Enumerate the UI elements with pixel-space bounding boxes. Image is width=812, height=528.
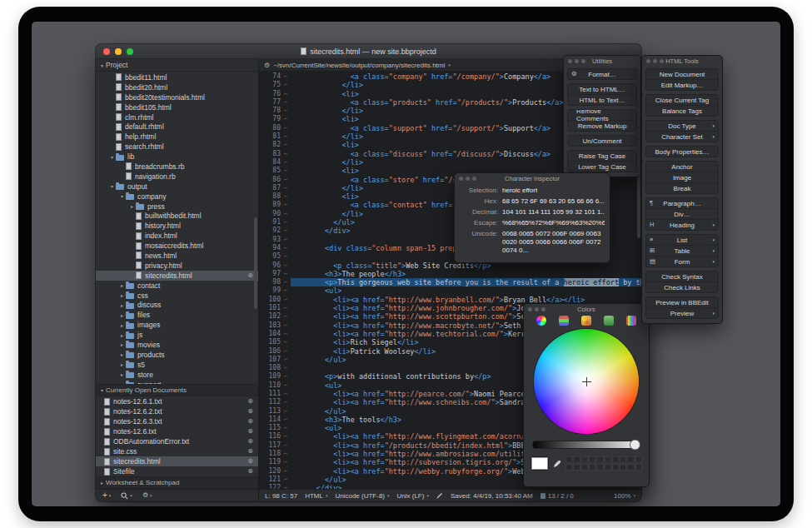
- open-document-item[interactable]: notes-12.6.txt⊗: [96, 426, 258, 436]
- tree-item[interactable]: ▸discuss: [96, 300, 258, 310]
- tree-item[interactable]: bbedit20.html: [96, 82, 258, 92]
- palette-zoom-button[interactable]: [541, 307, 545, 311]
- document-path[interactable]: ~/svn/CurrentSite/newsite/output/company…: [273, 62, 445, 69]
- palette-button-image[interactable]: Image: [646, 172, 718, 183]
- palette-button-balance-tags[interactable]: Balance Tags: [646, 106, 718, 116]
- palette-button-form[interactable]: ▤Form▾: [646, 257, 718, 266]
- tree-item[interactable]: ▸files: [96, 310, 258, 320]
- palette-button-check-syntax[interactable]: Check Syntax: [646, 271, 718, 282]
- palette-button-anchor[interactable]: Anchor: [646, 162, 718, 172]
- disclosure-collapsed-icon[interactable]: ▸: [118, 302, 126, 308]
- color-sliders-tab-icon[interactable]: [559, 316, 569, 326]
- disclosure-expanded-icon[interactable]: ▾: [118, 193, 126, 199]
- palette-button-list[interactable]: ≡List▾: [646, 235, 718, 246]
- palette-titlebar[interactable]: Colors: [524, 304, 649, 314]
- minimize-button[interactable]: [115, 48, 122, 55]
- palette-button-remove-markup[interactable]: Remove Markup: [568, 121, 636, 131]
- palette-button-lower-tag-case[interactable]: Lower Tag Case: [568, 162, 636, 172]
- swatch-cell[interactable]: [596, 464, 603, 471]
- disclosure-collapsed-icon[interactable]: ▸: [118, 312, 126, 318]
- palette-button-doc-type[interactable]: Doc Type▾: [646, 121, 718, 132]
- swatch-cell[interactable]: [620, 464, 626, 471]
- close-icon[interactable]: ⊗: [247, 272, 253, 279]
- swatch-cell[interactable]: [612, 464, 619, 471]
- palette-button-table[interactable]: ⊞Table▾: [646, 246, 718, 257]
- palette-button-new-document[interactable]: New Document: [646, 69, 718, 80]
- tree-item[interactable]: ▾output: [96, 182, 258, 192]
- sidebar-scrollbar[interactable]: [254, 217, 257, 309]
- tree-item[interactable]: breadcrumbs.rb: [96, 162, 258, 172]
- palette-close-button[interactable]: [528, 307, 532, 311]
- palette-button-heading[interactable]: HHeading▾: [646, 220, 718, 230]
- palette-button-character-set[interactable]: Character Set▾: [646, 132, 718, 142]
- tree-item[interactable]: ▸images: [96, 320, 258, 330]
- palette-button-break[interactable]: Break: [646, 183, 718, 193]
- tree-item[interactable]: clm.rhtml: [96, 112, 258, 122]
- tree-item[interactable]: ▸movies: [96, 340, 258, 350]
- project-section-header[interactable]: ▾ Project: [96, 59, 258, 72]
- open-document-item[interactable]: Sitefile⊗: [96, 466, 258, 476]
- swatch-cell[interactable]: [627, 456, 634, 463]
- palette-minimize-button[interactable]: [535, 307, 539, 311]
- zoom-window-button[interactable]: [127, 48, 133, 55]
- tree-item[interactable]: help.rhtml: [96, 132, 258, 142]
- color-wheel[interactable]: [534, 329, 639, 434]
- palette-minimize-button[interactable]: [653, 59, 657, 63]
- close-icon[interactable]: ⊗: [247, 438, 253, 445]
- swatch-cell[interactable]: [565, 456, 572, 463]
- palette-button-remove-comments[interactable]: Remove Comments: [568, 110, 636, 121]
- palette-titlebar[interactable]: HTML Tools: [642, 56, 722, 66]
- disclosure-collapsed-icon[interactable]: ▸: [118, 371, 126, 377]
- swatch-cell[interactable]: [635, 464, 642, 471]
- swatch-cell[interactable]: [605, 456, 611, 463]
- tree-item[interactable]: history.html: [96, 221, 258, 231]
- zoom-menu[interactable]: 100% ▾: [614, 492, 635, 500]
- tree-item[interactable]: navigation.rb: [96, 172, 258, 182]
- palette-close-button[interactable]: [646, 59, 650, 63]
- swatch-cell[interactable]: [605, 464, 611, 471]
- palette-button-preview[interactable]: Preview▾: [646, 308, 718, 318]
- close-icon[interactable]: ⊗: [247, 448, 253, 455]
- worksheet-section-header[interactable]: ▸ Worksheet & Scratchpad: [96, 476, 258, 489]
- add-item-button[interactable]: + ▾: [102, 491, 111, 500]
- palette-titlebar[interactable]: Character Inspector: [455, 173, 610, 183]
- color-wheel-tab-icon[interactable]: [536, 316, 546, 326]
- palette-button-un-comment[interactable]: Un/Comment: [568, 136, 636, 146]
- image-palettes-tab-icon[interactable]: [604, 316, 614, 326]
- open-document-item[interactable]: sitecredits.html⊗: [96, 456, 258, 466]
- close-icon[interactable]: ⊗: [247, 398, 253, 405]
- tree-item[interactable]: bbedit20testimonials.html: [96, 92, 258, 102]
- disclosure-collapsed-icon[interactable]: ▸: [118, 282, 126, 288]
- language-menu[interactable]: HTML ▾: [305, 492, 327, 500]
- tree-item[interactable]: bbedit105.html: [96, 102, 258, 112]
- palette-titlebar[interactable]: Utilities: [564, 56, 640, 66]
- open-document-item[interactable]: site.css⊗: [96, 446, 258, 456]
- swatch-cell[interactable]: [589, 456, 595, 463]
- tree-item[interactable]: privacy.html: [96, 261, 258, 271]
- tree-item[interactable]: ▸store: [96, 370, 258, 380]
- disclosure-expanded-icon[interactable]: ▾: [108, 183, 116, 189]
- palette-button-raise-tag-case[interactable]: Raise Tag Case: [568, 151, 636, 162]
- palette-close-button[interactable]: [459, 177, 463, 181]
- swatch-cell[interactable]: [589, 464, 595, 471]
- eyedropper-icon[interactable]: [553, 460, 561, 468]
- swatch-cell[interactable]: [581, 456, 588, 463]
- color-palettes-tab-icon[interactable]: [581, 316, 591, 326]
- tree-item[interactable]: ▸products: [96, 350, 258, 360]
- gear-icon[interactable]: ⚙: [264, 62, 270, 69]
- disclosure-collapsed-icon[interactable]: ▸: [118, 332, 126, 338]
- open-document-item[interactable]: notes-12.6.2.txt⊗: [96, 406, 258, 416]
- tree-item[interactable]: news.html: [96, 251, 258, 261]
- close-icon[interactable]: ⊗: [247, 428, 253, 435]
- palette-minimize-button[interactable]: [466, 177, 470, 181]
- swatch-cell[interactable]: [581, 464, 588, 471]
- disclosure-collapsed-icon[interactable]: ▸: [118, 322, 126, 328]
- tree-item[interactable]: mosaiccredits.html: [96, 241, 258, 251]
- swatch-cell[interactable]: [612, 456, 619, 463]
- palette-button-html-to-text[interactable]: HTML to Text…: [568, 95, 636, 105]
- swatch-cell[interactable]: [627, 464, 634, 471]
- disclosure-expanded-icon[interactable]: ▾: [108, 154, 116, 160]
- palette-button-preview-in-bbedit[interactable]: Preview in BBEdit: [646, 297, 718, 308]
- slider-knob[interactable]: [630, 440, 640, 451]
- tree-item[interactable]: ▸s5: [96, 360, 258, 370]
